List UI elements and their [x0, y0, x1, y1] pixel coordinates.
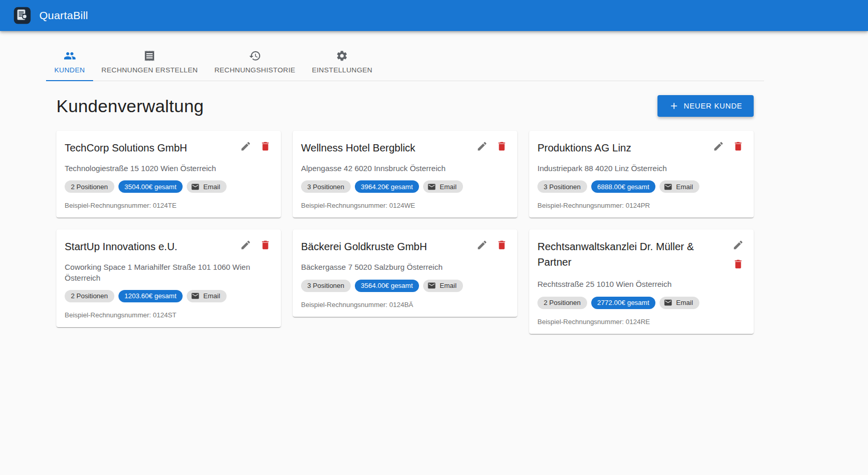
total-chip: 2772.00€ gesamt	[591, 297, 655, 309]
email-chip-label: Email	[203, 292, 220, 300]
trash-icon	[496, 141, 507, 152]
edit-button[interactable]	[238, 139, 253, 154]
email-chip: Email	[660, 297, 699, 309]
customer-address: Rechtsstraße 25 1010 Wien Österreich	[537, 279, 745, 289]
total-chip: 3964.20€ gesamt	[355, 180, 419, 193]
invoice-number: Beispiel-Rechnungsnummer: 0124ST	[65, 311, 273, 319]
edit-button[interactable]	[475, 238, 489, 252]
email-icon	[427, 182, 436, 191]
tab-rechnungshistorie[interactable]: RECHNUNGSHISTORIE	[206, 44, 303, 81]
customer-address: Coworking Space 1 Mariahilfer Straße 101…	[65, 262, 273, 283]
delete-button[interactable]	[495, 238, 509, 252]
positions-chip: 3 Positionen	[301, 180, 351, 193]
email-chip: Email	[187, 180, 227, 193]
app-logo-icon	[12, 6, 32, 25]
gear-icon	[336, 50, 348, 64]
new-customer-button[interactable]: NEUER KUNDE	[657, 95, 754, 117]
edit-button[interactable]	[731, 238, 745, 252]
trash-icon	[732, 141, 744, 152]
email-chip: Email	[660, 180, 699, 193]
plus-icon	[669, 101, 679, 111]
tab-kunden[interactable]: KUNDEN	[46, 44, 93, 81]
chip-row: 3 Positionen 3564.00€ gesamt Email	[301, 280, 509, 292]
trash-icon	[496, 239, 507, 251]
email-icon	[191, 182, 200, 191]
customer-name: Produktions AG Linz	[537, 140, 707, 156]
delete-button[interactable]	[495, 139, 509, 154]
positions-chip: 2 Positionen	[65, 290, 114, 302]
tab-rechnungen-erstellen[interactable]: RECHNUNGEN ERSTELLEN	[93, 44, 206, 81]
card-actions	[711, 139, 745, 154]
email-icon	[664, 182, 672, 191]
customer-name: Bäckerei Goldkruste GmbH	[301, 239, 471, 254]
customer-name: StartUp Innovations e.U.	[65, 239, 234, 254]
card-actions	[475, 139, 509, 154]
trash-icon	[732, 258, 744, 270]
email-icon	[427, 281, 436, 290]
email-chip-label: Email	[203, 183, 220, 191]
email-chip-label: Email	[676, 183, 693, 191]
email-icon	[191, 292, 200, 300]
delete-button[interactable]	[258, 139, 273, 154]
trash-icon	[260, 239, 271, 251]
tab-label: KUNDEN	[54, 66, 85, 74]
pencil-icon	[476, 239, 488, 251]
total-chip: 6888.00€ gesamt	[591, 180, 655, 193]
positions-chip: 3 Positionen	[537, 180, 587, 193]
positions-chip: 2 Positionen	[537, 297, 587, 309]
receipt-icon	[143, 50, 156, 64]
pencil-icon	[713, 141, 724, 152]
customer-grid: TechCorp Solutions GmbH Technologiestraß…	[56, 131, 754, 334]
chip-row: 3 Positionen 3964.20€ gesamt Email	[301, 180, 509, 193]
email-chip-label: Email	[440, 282, 457, 289]
email-chip-label: Email	[676, 299, 693, 307]
pencil-icon	[240, 239, 251, 251]
main-container: KUNDEN RECHNUNGEN ERSTELLEN RECHNUNGSHIS…	[46, 44, 764, 334]
pencil-icon	[732, 239, 744, 251]
chip-row: 2 Positionen 3504.00€ gesamt Email	[65, 180, 273, 193]
total-chip: 1203.60€ gesamt	[118, 290, 183, 302]
edit-button[interactable]	[238, 238, 253, 252]
history-icon	[249, 50, 261, 64]
people-icon	[64, 50, 76, 64]
positions-chip: 3 Positionen	[301, 280, 351, 292]
email-chip: Email	[187, 290, 227, 302]
chip-row: 2 Positionen 2772.00€ gesamt Email	[537, 297, 745, 309]
tab-bar: KUNDEN RECHNUNGEN ERSTELLEN RECHNUNGSHIS…	[46, 44, 764, 81]
customer-name: Wellness Hotel Bergblick	[301, 140, 471, 156]
card-actions	[238, 139, 273, 154]
app-header: QuartaBill	[0, 0, 868, 31]
delete-button[interactable]	[258, 238, 273, 252]
customer-address: Technologiestraße 15 1020 Wien Österreic…	[65, 163, 273, 174]
customer-address: Alpengasse 42 6020 Innsbruck Österreich	[301, 163, 509, 174]
edit-button[interactable]	[475, 139, 489, 154]
invoice-number: Beispiel-Rechnungsnummer: 0124WE	[301, 202, 509, 209]
email-chip: Email	[423, 280, 463, 292]
delete-button[interactable]	[731, 139, 745, 154]
edit-button[interactable]	[711, 139, 726, 154]
pencil-icon	[476, 141, 488, 152]
total-chip: 3564.00€ gesamt	[355, 280, 419, 292]
tab-label: RECHNUNGEN ERSTELLEN	[101, 66, 198, 74]
card-actions	[238, 238, 273, 252]
customer-card: Wellness Hotel Bergblick Alpengasse 42 6…	[293, 131, 517, 218]
customer-card: StartUp Innovations e.U. Coworking Space…	[56, 229, 281, 327]
customer-name: TechCorp Solutions GmbH	[65, 140, 234, 156]
email-chip: Email	[423, 180, 463, 193]
positions-chip: 2 Positionen	[65, 180, 114, 193]
card-actions	[475, 238, 509, 252]
tab-einstellungen[interactable]: EINSTELLUNGEN	[304, 44, 381, 81]
chip-row: 3 Positionen 6888.00€ gesamt Email	[537, 180, 745, 193]
email-chip-label: Email	[440, 183, 457, 191]
customer-card: Produktions AG Linz Industriepark 88 402…	[529, 131, 754, 218]
customer-name: Rechtsanwaltskanzlei Dr. Müller & Partne…	[537, 239, 727, 270]
email-icon	[664, 298, 672, 307]
page-title: Kundenverwaltung	[56, 96, 204, 116]
chip-row: 2 Positionen 1203.60€ gesamt Email	[65, 290, 273, 302]
new-customer-button-label: NEUER KUNDE	[684, 102, 742, 110]
trash-icon	[260, 141, 271, 152]
invoice-number: Beispiel-Rechnungsnummer: 0124BÄ	[301, 301, 509, 309]
delete-button[interactable]	[731, 257, 745, 271]
total-chip: 3504.00€ gesamt	[118, 180, 183, 193]
tab-label: EINSTELLUNGEN	[312, 66, 372, 74]
